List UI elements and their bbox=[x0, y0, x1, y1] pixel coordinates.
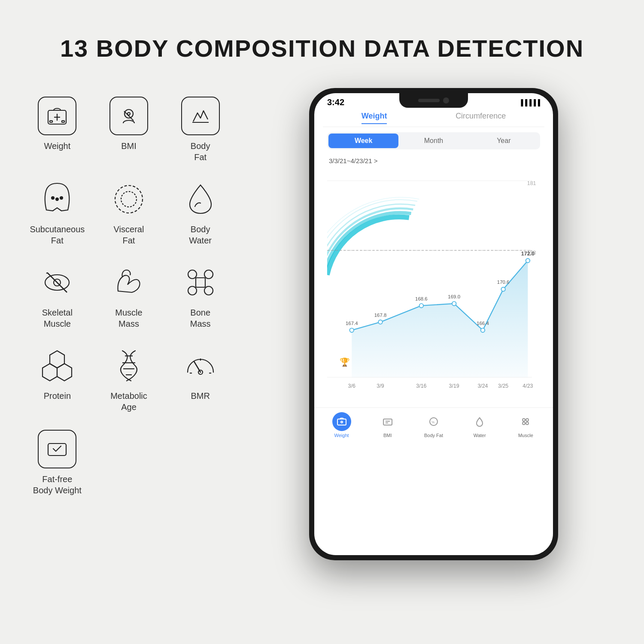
period-month[interactable]: Month bbox=[398, 134, 468, 148]
phone-screen: 3:42 ▐▐▐▐▐ Weight Circumference bbox=[314, 93, 553, 555]
nav-muscle-label: Muscle bbox=[518, 433, 533, 438]
protein-svg bbox=[38, 346, 76, 385]
svg-text:%: % bbox=[431, 420, 434, 424]
svg-text:170.6: 170.6 bbox=[497, 279, 510, 285]
svg-point-12 bbox=[115, 185, 143, 213]
bmr-icon bbox=[181, 346, 220, 385]
status-icons: ▐▐▐▐▐ bbox=[519, 99, 540, 106]
weight-label: Weight bbox=[44, 140, 70, 152]
svg-point-73 bbox=[522, 422, 525, 425]
muscle-mass-svg bbox=[109, 263, 148, 302]
svg-point-65 bbox=[341, 421, 343, 423]
nav-water[interactable]: Water bbox=[470, 412, 489, 438]
phone-notch bbox=[399, 93, 468, 108]
status-time: 3:42 bbox=[327, 97, 344, 107]
fat-free-icon-box bbox=[38, 430, 76, 468]
visceral-fat-svg bbox=[109, 180, 148, 219]
svg-text:166.4: 166.4 bbox=[477, 321, 489, 326]
body-water-label: BodyWater bbox=[189, 224, 212, 246]
skeletal-muscle-svg bbox=[38, 263, 76, 302]
svg-point-41 bbox=[349, 328, 354, 332]
body-fat-icon bbox=[189, 104, 212, 128]
svg-point-44 bbox=[452, 301, 456, 306]
bone-mass-icon bbox=[181, 263, 220, 302]
period-selector: Week Month Year bbox=[327, 132, 540, 149]
weight-chart: 181 153 bbox=[327, 167, 540, 407]
icon-item-weight: Weight bbox=[26, 97, 89, 163]
svg-point-11 bbox=[60, 197, 63, 199]
icon-item-subcutaneous-fat: SubcutaneousFat bbox=[26, 180, 89, 246]
page-header: 13 BODY COMPOSITION DATA DETECTION bbox=[0, 0, 644, 88]
body-water-icon bbox=[181, 180, 220, 219]
visceral-fat-icon bbox=[109, 180, 148, 219]
svg-point-71 bbox=[522, 419, 525, 421]
bone-mass-svg bbox=[181, 263, 220, 302]
svg-text:3/24: 3/24 bbox=[477, 383, 488, 389]
svg-point-5 bbox=[125, 109, 133, 118]
metabolic-age-label: MetabolicAge bbox=[110, 390, 147, 413]
body-fat-icon-box bbox=[181, 97, 220, 135]
protein-label: Protein bbox=[44, 390, 71, 401]
svg-point-45 bbox=[481, 328, 485, 332]
bone-mass-label: BoneMass bbox=[190, 307, 211, 329]
date-range[interactable]: 3/3/21~4/23/21 > bbox=[323, 155, 544, 167]
protein-icon bbox=[38, 346, 76, 385]
svg-line-17 bbox=[46, 273, 47, 273]
bmi-icon-box bbox=[109, 97, 148, 135]
svg-rect-64 bbox=[337, 419, 346, 425]
nav-fat-icon: % bbox=[428, 416, 439, 427]
bottom-nav: Weight BMI bbox=[314, 407, 553, 442]
nav-fat-label: Body Fat bbox=[424, 433, 443, 438]
svg-rect-66 bbox=[383, 419, 392, 425]
svg-point-9 bbox=[52, 197, 54, 199]
svg-text:4/23: 4/23 bbox=[522, 383, 533, 389]
bmi-icon bbox=[117, 104, 140, 128]
svg-point-72 bbox=[526, 419, 529, 421]
icon-item-bone-mass: BoneMass bbox=[169, 263, 232, 329]
period-week[interactable]: Week bbox=[328, 134, 398, 148]
nav-weight[interactable]: Weight bbox=[332, 412, 351, 438]
svg-text:167.4: 167.4 bbox=[346, 321, 358, 326]
visceral-fat-label: VisceralFat bbox=[114, 224, 144, 246]
svg-point-43 bbox=[419, 304, 424, 308]
nav-bmi-label: BMI bbox=[383, 433, 392, 438]
fat-free-label: Fat-freeBody Weight bbox=[33, 474, 82, 496]
tab-circumference[interactable]: Circumference bbox=[456, 112, 506, 124]
nav-water-icon bbox=[474, 416, 485, 427]
tab-row: Weight Circumference bbox=[323, 107, 544, 127]
svg-text:🏆: 🏆 bbox=[340, 357, 350, 367]
screen-inner: 3:42 ▐▐▐▐▐ Weight Circumference bbox=[314, 93, 553, 555]
nav-water-label: Water bbox=[474, 433, 486, 438]
skeletal-muscle-label: SkeletalMuscle bbox=[42, 307, 73, 329]
body-fat-label: BodyFat bbox=[191, 140, 210, 163]
svg-point-42 bbox=[378, 320, 383, 324]
fat-free-icon bbox=[46, 437, 69, 461]
svg-text:3/25: 3/25 bbox=[498, 383, 508, 389]
nav-fat[interactable]: % Body Fat bbox=[424, 412, 443, 438]
page-title: 13 BODY COMPOSITION DATA DETECTION bbox=[0, 34, 644, 62]
svg-point-46 bbox=[501, 287, 505, 292]
nav-muscle-icon-wrap bbox=[516, 412, 535, 431]
svg-text:172.0: 172.0 bbox=[521, 251, 535, 257]
nav-water-icon-wrap bbox=[470, 412, 489, 431]
svg-marker-24 bbox=[57, 364, 72, 381]
svg-point-7 bbox=[128, 112, 130, 115]
phone-wrapper: 3:42 ▐▐▐▐▐ Weight Circumference bbox=[309, 88, 558, 560]
metabolic-age-icon bbox=[109, 346, 148, 385]
svg-text:3/19: 3/19 bbox=[449, 383, 459, 389]
svg-text:3/16: 3/16 bbox=[416, 383, 426, 389]
svg-text:3/9: 3/9 bbox=[377, 383, 384, 389]
signal-icon: ▐▐▐▐▐ bbox=[519, 99, 540, 106]
app-content: Weight Circumference Week Month Year 3/3… bbox=[314, 107, 553, 407]
period-year[interactable]: Year bbox=[469, 134, 539, 148]
svg-point-18 bbox=[188, 270, 197, 279]
svg-text:167.8: 167.8 bbox=[374, 313, 387, 318]
svg-point-13 bbox=[121, 191, 137, 207]
phone-section: 3:42 ▐▐▐▐▐ Weight Circumference bbox=[249, 88, 618, 560]
tab-weight[interactable]: Weight bbox=[361, 112, 387, 124]
weight-icon-box bbox=[38, 97, 76, 135]
icon-item-muscle-mass: MuscleMass bbox=[97, 263, 161, 329]
nav-muscle[interactable]: Muscle bbox=[516, 412, 535, 438]
nav-bmi[interactable]: BMI bbox=[378, 412, 397, 438]
subcutaneous-fat-svg bbox=[38, 180, 76, 219]
